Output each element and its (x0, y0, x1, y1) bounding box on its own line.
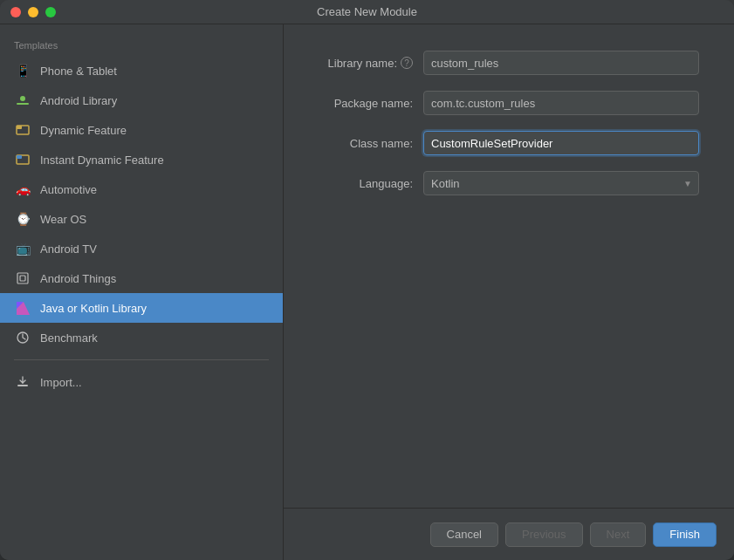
svg-rect-7 (20, 276, 25, 281)
sidebar-item-label: Phone & Tablet (40, 65, 117, 78)
library-name-row: Library name: ? (319, 51, 699, 75)
library-name-input[interactable] (423, 51, 699, 75)
sidebar-item-wear-os[interactable]: ⌚ Wear OS (0, 204, 283, 234)
library-name-label: Library name: ? (319, 57, 423, 70)
footer: Cancel Previous Next Finish (284, 508, 734, 560)
android-things-icon (14, 270, 31, 287)
titlebar: Create New Module (0, 0, 734, 24)
svg-rect-11 (17, 385, 28, 386)
package-name-input[interactable] (423, 91, 699, 115)
automotive-icon: 🚗 (14, 181, 31, 198)
svg-point-0 (20, 96, 25, 101)
sidebar-item-android-library[interactable]: Android Library (0, 85, 283, 115)
window-title: Create New Module (317, 5, 417, 18)
class-name-input[interactable] (423, 131, 699, 155)
language-select[interactable]: Kotlin Java (423, 171, 699, 195)
sidebar-item-dynamic-feature[interactable]: Dynamic Feature (0, 115, 283, 145)
import-icon (14, 373, 31, 391)
android-tv-icon: 📺 (14, 240, 31, 257)
finish-button[interactable]: Finish (653, 522, 717, 547)
sidebar-item-label: Java or Kotlin Library (40, 302, 147, 315)
sidebar-item-android-tv[interactable]: 📺 Android TV (0, 234, 283, 263)
create-new-module-window: Create New Module Templates 📱 Phone & Ta… (0, 0, 734, 560)
sidebar-item-benchmark[interactable]: Benchmark (0, 323, 283, 352)
sidebar-item-android-things[interactable]: Android Things (0, 263, 283, 293)
close-button[interactable] (10, 7, 21, 17)
class-name-row: Class name: (319, 131, 699, 155)
form-area: Library name: ? Package name: Class name… (284, 24, 734, 560)
svg-rect-3 (17, 126, 22, 129)
svg-rect-1 (17, 103, 29, 105)
instant-dynamic-feature-icon (14, 151, 31, 168)
sidebar-item-label: Dynamic Feature (40, 124, 127, 137)
kotlin-library-icon (14, 299, 31, 317)
previous-button[interactable]: Previous (505, 522, 583, 547)
sidebar-item-label: Instant Dynamic Feature (40, 154, 164, 167)
svg-rect-6 (17, 273, 28, 283)
sidebar-item-label: Automotive (40, 183, 97, 196)
next-button[interactable]: Next (590, 522, 647, 547)
import-label: Import... (40, 376, 82, 389)
minimize-button[interactable] (28, 7, 38, 17)
language-row: Language: Kotlin Java ▼ (319, 171, 699, 195)
sidebar-item-label: Android TV (40, 242, 97, 256)
sidebar-item-java-kotlin-library[interactable]: Java or Kotlin Library (0, 293, 283, 323)
sidebar-item-label: Benchmark (40, 331, 98, 345)
language-select-wrapper: Kotlin Java ▼ (423, 171, 699, 195)
sidebar-item-phone-tablet[interactable]: 📱 Phone & Tablet (0, 56, 283, 85)
library-name-help-icon[interactable]: ? (401, 57, 413, 69)
wear-os-icon: ⌚ (14, 210, 31, 228)
main-content: Templates 📱 Phone & Tablet Android Libra… (0, 24, 734, 560)
sidebar-item-label: Android Library (40, 94, 117, 107)
sidebar-item-label: Wear OS (40, 213, 86, 226)
form-main: Library name: ? Package name: Class name… (284, 24, 734, 508)
android-library-icon (14, 92, 31, 109)
sidebar-item-label: Android Things (40, 272, 116, 285)
phone-tablet-icon: 📱 (14, 62, 31, 79)
benchmark-icon (14, 329, 31, 346)
package-name-label: Package name: (319, 97, 423, 110)
maximize-button[interactable] (45, 7, 56, 17)
sidebar: Templates 📱 Phone & Tablet Android Libra… (0, 24, 284, 560)
sidebar-divider (14, 359, 269, 360)
sidebar-section-label: Templates (0, 33, 283, 56)
sidebar-item-automotive[interactable]: 🚗 Automotive (0, 174, 283, 204)
package-name-row: Package name: (319, 91, 699, 115)
svg-rect-5 (17, 155, 22, 159)
traffic-lights (10, 7, 56, 17)
class-name-label: Class name: (319, 137, 423, 150)
dynamic-feature-icon (14, 121, 31, 139)
sidebar-item-instant-dynamic-feature[interactable]: Instant Dynamic Feature (0, 145, 283, 174)
language-label: Language: (319, 177, 423, 190)
cancel-button[interactable]: Cancel (430, 522, 498, 547)
sidebar-item-import[interactable]: Import... (0, 367, 283, 397)
